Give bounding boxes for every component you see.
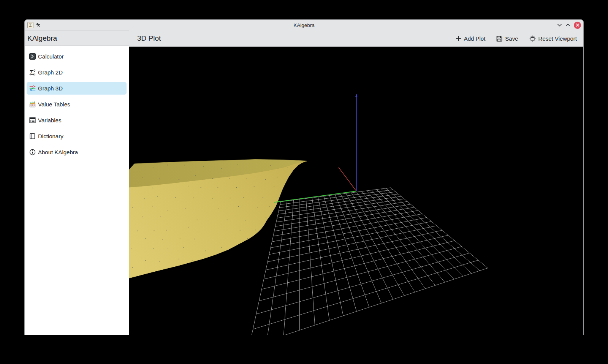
- save-floppy-icon: [496, 36, 502, 42]
- sidebar-header-title: KAlgebra: [27, 34, 57, 43]
- sidebar-item-calculator[interactable]: Calculator: [25, 48, 129, 64]
- sidebar-item-label: Calculator: [38, 53, 64, 60]
- console-icon: [29, 53, 36, 60]
- function-icon: Σ: [29, 69, 36, 76]
- add-plot-button[interactable]: Add Plot: [456, 35, 486, 42]
- axis-x-red: [339, 168, 356, 191]
- sidebar-item-label: Value Tables: [38, 101, 70, 108]
- page-title: 3D Plot: [137, 34, 161, 43]
- reset-viewport-button[interactable]: Reset Viewport: [529, 35, 577, 42]
- sidebar-item-about-kalgebra[interactable]: About KAlgebra: [25, 144, 129, 160]
- sidebar-header: KAlgebra: [25, 30, 129, 46]
- book-icon: [29, 133, 36, 139]
- sidebar-item-value-tables[interactable]: Value Tables: [25, 96, 129, 112]
- maximize-button chevron-up-icon[interactable]: [565, 24, 570, 27]
- sliders-icon: [29, 85, 36, 92]
- toolbar-button-label: Add Plot: [464, 35, 486, 42]
- sidebar-item-label: Variables: [38, 117, 61, 123]
- close-x-icon: [576, 23, 580, 27]
- header-row: KAlgebra 3D Plot Add PlotSaveReset Viewp…: [25, 30, 583, 47]
- list-panel-icon: [29, 117, 36, 123]
- shade-button chevron-down-icon[interactable]: [557, 24, 562, 27]
- close-button[interactable]: [574, 22, 581, 29]
- window-title: KAlgebra: [25, 20, 583, 30]
- plus-icon: [456, 36, 461, 41]
- sidebar-item-dictionary[interactable]: Dictionary: [25, 128, 129, 144]
- kalgebra-window: Σ KAlgebra: [24, 19, 584, 335]
- surface-plot: [129, 160, 307, 279]
- plot3d-canvas[interactable]: [129, 47, 584, 335]
- reset-viewport-icon: [529, 35, 536, 42]
- header-separator: [129, 30, 129, 47]
- sidebar-item-label: Graph 2D: [38, 69, 63, 76]
- sidebar-item-graph-2d[interactable]: ΣGraph 2D: [25, 64, 129, 80]
- sidebar-item-graph-3d[interactable]: Graph 3D: [25, 80, 129, 96]
- titlebar[interactable]: Σ KAlgebra: [25, 20, 583, 30]
- sidebar-item-label: Graph 3D: [38, 85, 63, 92]
- info-icon: [29, 149, 36, 155]
- axis-z-arrowhead: [355, 94, 358, 97]
- plot-toolbar: 3D Plot Add PlotSaveReset Viewport: [129, 30, 583, 47]
- sidebar-item-variables[interactable]: Variables: [25, 112, 129, 128]
- grid-plane: [249, 188, 488, 335]
- sidebar-item-label: About KAlgebra: [38, 149, 78, 155]
- sidebar: CalculatorΣGraph 2DGraph 3DValue TablesV…: [25, 46, 129, 335]
- sidebar-item-label: Dictionary: [38, 133, 63, 139]
- toolbar-button-label: Reset Viewport: [538, 35, 577, 42]
- plot3d-scene: [129, 47, 584, 335]
- toolbar-button-label: Save: [505, 35, 518, 42]
- table-chart-icon: [29, 101, 36, 108]
- save-button[interactable]: Save: [496, 35, 518, 42]
